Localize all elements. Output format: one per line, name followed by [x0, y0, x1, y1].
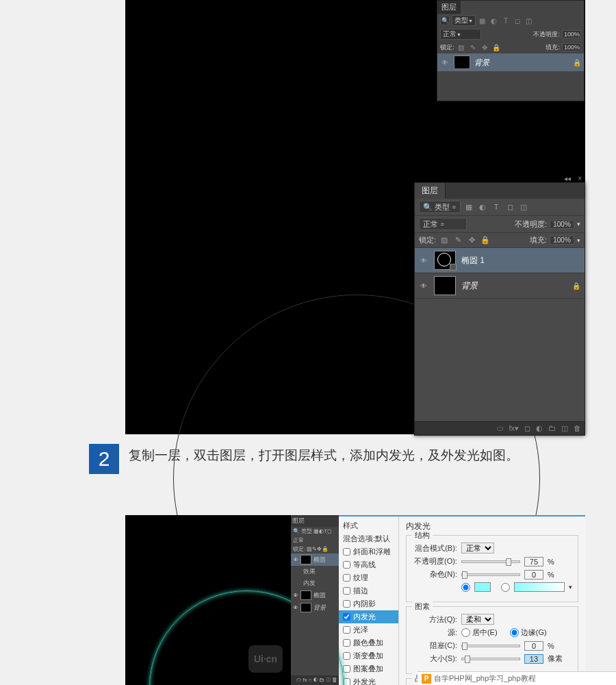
choke-label: 阻塞(C): — [412, 640, 457, 651]
new-layer-icon[interactable]: ◫ — [561, 424, 568, 433]
lock-transparent-icon[interactable]: ▨ — [439, 236, 450, 245]
style-color-overlay[interactable]: 颜色叠加 — [339, 636, 398, 649]
watermark: Ui·cn — [248, 645, 283, 673]
blend-mode-dropdown[interactable]: 正常 ≑ — [419, 218, 467, 230]
lock-paint-icon[interactable]: ✎ — [452, 236, 463, 245]
gradient-swatch[interactable] — [514, 582, 565, 592]
layers-panel-small: ◂◂ × 图层 🔍 类型 ▼ ▦ ◐ T ◻ ◫ 正常 ▼ 不透明度: 100%… — [437, 0, 585, 101]
adjust-filter-icon[interactable]: ◐ — [489, 16, 499, 25]
source-edge[interactable]: 边缘(G) — [510, 627, 547, 638]
technique-select[interactable]: 柔和 — [461, 614, 494, 625]
opacity-label: 不透明度: — [515, 219, 547, 229]
fill-value[interactable]: 100% — [550, 236, 574, 245]
style-inner-shadow[interactable]: 内阴影 — [339, 597, 398, 610]
opacity-label: 不透明度: — [533, 30, 560, 39]
layers-tab[interactable]: 图层 — [291, 515, 339, 527]
layer-effects[interactable]: 效果 — [291, 566, 339, 577]
lock-all-icon[interactable]: 🔒 — [480, 236, 491, 245]
layer-background[interactable]: 👁 背景 🔒 — [437, 53, 584, 71]
layer-name: 背景 — [474, 58, 489, 68]
layer-ellipse[interactable]: 👁 椭圆 1 — [415, 248, 585, 273]
folder-icon[interactable]: 🗀 — [548, 424, 556, 433]
canvas-area-2: Ui·cn — [125, 515, 291, 685]
lock-icon: 🔒 — [573, 59, 581, 66]
style-satin[interactable]: 光泽 — [339, 623, 398, 636]
pixel-filter-icon[interactable]: ▦ — [463, 202, 474, 212]
adjust-filter-icon[interactable]: ◐ — [477, 202, 488, 212]
layer-inner-glow[interactable]: 内发 — [291, 577, 339, 589]
layers-tab[interactable]: 图层 — [437, 1, 461, 14]
layers-tab[interactable]: 图层 — [415, 183, 446, 199]
opacity-value[interactable]: 100% — [550, 220, 574, 229]
fill-adjust-icon[interactable]: ◐ — [536, 424, 543, 433]
blend-mode[interactable]: 正常 — [293, 536, 304, 544]
layer-ellipse-copy[interactable]: 👁椭圆 — [291, 553, 339, 566]
opacity-value[interactable]: 75 — [524, 557, 543, 566]
style-gradient-overlay[interactable]: 渐变叠加 — [339, 649, 398, 662]
fill-value[interactable]: 100% — [562, 43, 581, 51]
noise-slider[interactable] — [461, 573, 520, 576]
trash-icon[interactable]: 🗑 — [574, 424, 581, 433]
collapse-icon[interactable]: ◂◂ — [564, 175, 571, 182]
style-inner-glow[interactable]: 内发光 — [339, 610, 398, 623]
lock-icon: 🔒 — [572, 282, 580, 290]
layer-thumbnail — [454, 55, 470, 69]
text-filter-icon[interactable]: T — [501, 16, 511, 25]
lock-position-icon[interactable]: ✥ — [480, 42, 489, 52]
style-bevel[interactable]: 斜面和浮雕 — [339, 545, 398, 558]
layer-ellipse[interactable]: 👁椭圆 — [291, 589, 339, 601]
gradient-radio[interactable] — [501, 583, 510, 592]
close-icon[interactable]: × — [578, 0, 582, 1]
text-filter-icon[interactable]: T — [491, 202, 502, 212]
smart-filter-icon[interactable]: ◫ — [518, 202, 529, 212]
search-icon[interactable]: 🔍 — [440, 16, 450, 25]
color-swatch[interactable] — [474, 582, 491, 592]
shape-filter-icon[interactable]: ◻ — [513, 16, 522, 25]
step-text: 复制一层，双击图层，打开图层样式，添加内发光，及外发光如图。 — [129, 444, 519, 474]
blend-mode-dropdown[interactable]: 正常 ▼ — [440, 29, 481, 40]
filter-type-dropdown[interactable]: 类型 ▼ — [452, 15, 476, 26]
filter-type-dropdown[interactable]: 🔍 类型 ≑ — [419, 201, 461, 213]
style-pattern-overlay[interactable]: 图案叠加 — [339, 662, 398, 675]
color-radio[interactable] — [461, 583, 470, 592]
opacity-value[interactable]: 100% — [562, 30, 581, 38]
styles-header[interactable]: 样式 — [339, 519, 398, 532]
size-slider[interactable] — [461, 658, 520, 660]
lock-label: 锁定: — [440, 43, 454, 52]
style-stroke[interactable]: 描边 — [339, 584, 398, 597]
source-center[interactable]: 居中(E) — [461, 627, 498, 638]
pixel-filter-icon[interactable]: ▦ — [478, 16, 487, 25]
layer-background[interactable]: 👁背景 — [291, 601, 339, 614]
lock-label: 锁定: — [419, 235, 436, 245]
opacity-slider[interactable] — [461, 560, 520, 563]
visibility-icon[interactable]: 👁 — [440, 59, 450, 66]
style-contour[interactable]: 等高线 — [339, 558, 398, 571]
link-icon[interactable]: ⬭ — [497, 424, 503, 433]
style-texture[interactable]: 纹理 — [339, 571, 398, 584]
layer-background[interactable]: 👁 背景 🔒 — [415, 273, 585, 299]
smart-filter-icon[interactable]: ◫ — [524, 16, 534, 25]
choke-slider[interactable] — [461, 645, 520, 647]
lock-position-icon[interactable]: ✥ — [466, 236, 477, 245]
close-icon[interactable]: × — [578, 175, 582, 182]
lock-all-icon[interactable]: 🔒 — [491, 42, 501, 52]
lock-transparent-icon[interactable]: ▨ — [457, 42, 466, 52]
mask-icon[interactable]: ◻ — [524, 424, 530, 433]
blend-options[interactable]: 混合选项:默认 — [339, 532, 398, 545]
visibility-icon[interactable]: 👁 — [419, 257, 428, 264]
layer-name: 效果 — [303, 567, 316, 576]
fx-icon[interactable]: fx▾ — [509, 424, 519, 433]
style-outer-glow[interactable]: 外发光 — [339, 675, 398, 685]
shape-filter-icon[interactable]: ◻ — [504, 202, 515, 212]
noise-value[interactable]: 0 — [524, 570, 543, 580]
collapse-icon[interactable]: ◂◂ — [565, 0, 572, 1]
layer-thumbnail — [434, 251, 456, 270]
visibility-icon[interactable]: 👁 — [419, 282, 428, 290]
layers-panel-large: ◂◂ × 图层 🔍 类型 ≑ ▦ ◐ T ◻ ◫ 正常 ≑ 不透明度: 100%… — [414, 182, 585, 436]
filter-type[interactable]: 类型 — [301, 527, 312, 535]
choke-value[interactable]: 0 — [524, 641, 543, 651]
lock-label: 锁定: — [293, 545, 305, 553]
blend-mode-select[interactable]: 正常 — [461, 543, 494, 553]
lock-paint-icon[interactable]: ✎ — [468, 42, 478, 52]
size-value[interactable]: 13 — [524, 654, 543, 664]
